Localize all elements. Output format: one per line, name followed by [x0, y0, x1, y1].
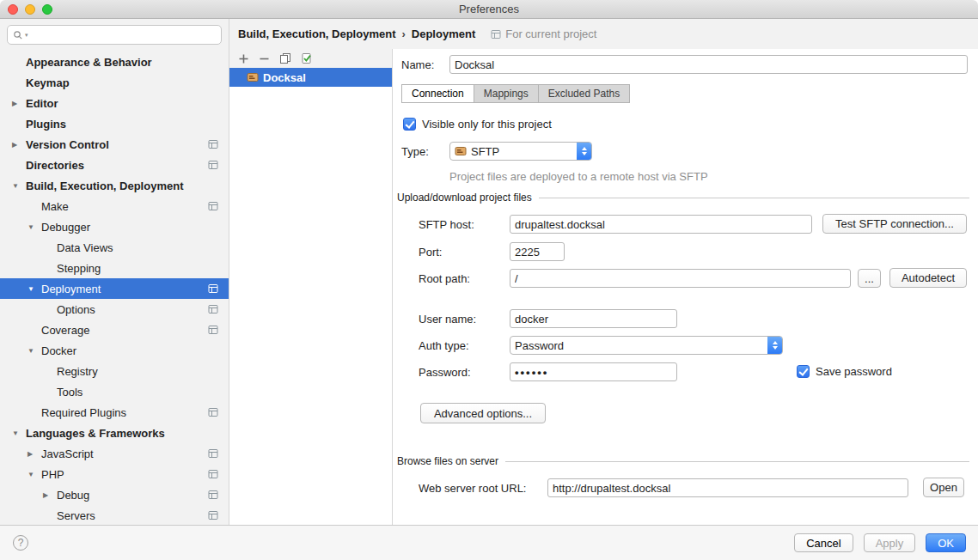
sidebar-item-docker[interactable]: ▼Docker [0, 340, 229, 361]
chevron-right-icon[interactable]: ▶ [12, 100, 26, 107]
form-tabs: Connection Mappings Excluded Paths [401, 84, 630, 103]
sidebar-item-label: Coverage [41, 324, 89, 337]
content-row: Docksal Name: Connection Mappings Exclud… [229, 49, 978, 525]
visible-project-checkbox-row: Visible only for this project [403, 118, 552, 131]
breadcrumb: Build, Execution, Deployment › Deploymen… [229, 19, 978, 49]
sftp-icon [455, 145, 467, 157]
breadcrumb-part-1[interactable]: Build, Execution, Deployment [238, 27, 395, 40]
right-side: Build, Execution, Deployment › Deploymen… [229, 19, 978, 525]
sidebar-item-label: Version Control [26, 138, 109, 151]
sidebar-item-php[interactable]: ▼PHP [0, 464, 229, 484]
sftp-host-field[interactable] [510, 215, 812, 234]
cancel-button[interactable]: Cancel [794, 533, 853, 552]
web-root-field[interactable] [547, 478, 908, 497]
root-path-label: Root path: [419, 272, 470, 285]
sidebar-item-label: PHP [41, 468, 64, 481]
list-item-docksal[interactable]: Docksal [229, 68, 392, 87]
type-help-text: Project files are deployed to a remote h… [449, 170, 708, 183]
use-as-default-button[interactable] [301, 52, 313, 64]
sidebar-item-debugger[interactable]: ▼Debugger [0, 216, 229, 237]
sidebar-item-label: Debugger [41, 221, 90, 234]
test-sftp-connection-button[interactable]: Test SFTP connection... [822, 214, 967, 234]
minimize-button[interactable] [25, 4, 35, 15]
name-label: Name: [401, 58, 434, 71]
sidebar-item-label: Debug [57, 489, 89, 502]
advanced-options-button[interactable]: Advanced options... [420, 403, 546, 423]
sidebar-item-editor[interactable]: ▶Editor [0, 93, 229, 113]
search-input[interactable] [30, 29, 216, 41]
sidebar-item-javascript[interactable]: ▶JavaScript [0, 443, 229, 464]
type-dropdown[interactable]: SFTP [449, 142, 592, 161]
sidebar-item-directories[interactable]: Directories [0, 155, 229, 175]
chevron-down-icon[interactable]: ▼ [28, 285, 41, 293]
save-password-checkbox[interactable] [797, 365, 810, 378]
project-settings-icon [208, 201, 218, 211]
autodetect-button[interactable]: Autodetect [889, 268, 967, 288]
open-button[interactable]: Open [923, 478, 964, 497]
sidebar-item-registry[interactable]: Registry [0, 361, 229, 381]
sidebar-item-deployment[interactable]: ▼Deployment [0, 278, 229, 299]
sidebar-item-label: Editor [26, 97, 58, 110]
tab-excluded-paths[interactable]: Excluded Paths [539, 84, 630, 103]
chevron-down-icon[interactable]: ▼ [12, 182, 26, 190]
server-name-label: Docksal [263, 71, 306, 84]
add-server-button[interactable] [238, 53, 249, 64]
search-caret-icon: ▾ [25, 32, 28, 39]
chevron-down-icon[interactable]: ▼ [12, 429, 26, 437]
sidebar-item-make[interactable]: Make [0, 196, 229, 216]
sidebar-item-languages-frameworks[interactable]: ▼Languages & Frameworks [0, 423, 229, 443]
preferences-window: Preferences ▾ Appearance & BehaviorKeyma… [0, 0, 978, 560]
sidebar-item-label: Data Views [57, 241, 113, 254]
remove-server-button[interactable] [259, 53, 270, 64]
sidebar-item-appearance-behavior[interactable]: Appearance & Behavior [0, 52, 229, 72]
chevron-right-icon[interactable]: ▶ [28, 450, 41, 458]
sidebar-item-build-execution-deployment[interactable]: ▼Build, Execution, Deployment [0, 175, 229, 196]
deployment-form: Name: Connection Mappings Excluded Paths… [393, 49, 978, 525]
dropdown-stepper-icon [767, 337, 782, 354]
sidebar-item-required-plugins[interactable]: Required Plugins [0, 402, 229, 423]
project-settings-icon [208, 490, 218, 500]
password-field[interactable] [510, 362, 677, 381]
chevron-right-icon[interactable]: ▶ [43, 491, 57, 499]
sidebar-item-label: Stepping [57, 262, 101, 275]
root-path-field[interactable] [510, 269, 851, 288]
search-box[interactable]: ▾ [7, 25, 222, 45]
user-name-field[interactable] [510, 309, 677, 328]
type-value: SFTP [471, 145, 499, 158]
sidebar-item-keymap[interactable]: Keymap [0, 72, 229, 93]
apply-button[interactable]: Apply [864, 533, 916, 552]
project-settings-icon [208, 283, 218, 294]
sidebar-item-debug[interactable]: ▶Debug [0, 484, 229, 505]
chevron-down-icon[interactable]: ▼ [28, 471, 41, 478]
sidebar-item-plugins[interactable]: Plugins [0, 113, 229, 134]
copy-server-button[interactable] [279, 52, 291, 64]
project-settings-icon [208, 304, 218, 314]
sidebar-item-label: JavaScript [41, 447, 94, 460]
zoom-button[interactable] [42, 4, 52, 15]
sidebar-item-version-control[interactable]: ▶Version Control [0, 134, 229, 155]
chevron-down-icon[interactable]: ▼ [28, 347, 41, 355]
sidebar-item-tools[interactable]: Tools [0, 381, 229, 402]
port-field[interactable] [510, 242, 565, 261]
help-button[interactable]: ? [13, 535, 28, 551]
chevron-right-icon[interactable]: ▶ [12, 141, 26, 149]
tab-connection[interactable]: Connection [401, 84, 474, 103]
breadcrumb-part-2[interactable]: Deployment [412, 27, 475, 40]
ok-button[interactable]: OK [926, 533, 966, 552]
name-field[interactable] [449, 55, 968, 74]
sidebar-item-servers[interactable]: Servers [0, 505, 229, 525]
auth-type-dropdown[interactable]: Password [510, 336, 783, 355]
visible-project-checkbox[interactable] [403, 118, 416, 131]
browse-root-path-button[interactable]: ... [858, 269, 881, 288]
web-root-label: Web server root URL: [419, 482, 526, 495]
type-label: Type: [401, 145, 429, 158]
save-password-label: Save password [816, 365, 892, 378]
project-settings-icon [208, 325, 218, 335]
sidebar-item-coverage[interactable]: Coverage [0, 320, 229, 340]
sidebar-item-options[interactable]: Options [0, 299, 229, 320]
close-button[interactable] [8, 4, 18, 15]
chevron-down-icon[interactable]: ▼ [28, 223, 41, 231]
sidebar-item-data-views[interactable]: Data Views [0, 237, 229, 258]
sidebar-item-stepping[interactable]: Stepping [0, 258, 229, 278]
tab-mappings[interactable]: Mappings [474, 84, 539, 103]
